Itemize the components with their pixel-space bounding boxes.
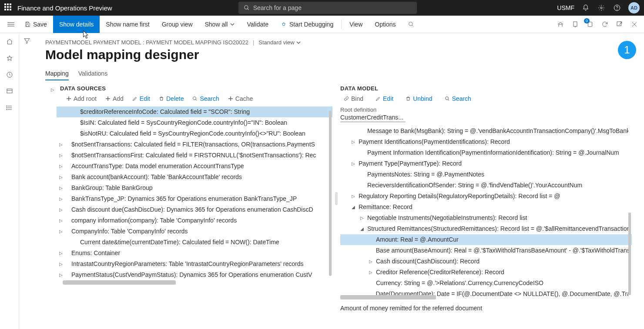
svg-point-35 (193, 97, 196, 100)
cache-button[interactable]: Cache (225, 94, 256, 103)
save-icon (24, 21, 30, 27)
user-avatar[interactable]: AD (628, 2, 640, 13)
svg-line-13 (285, 23, 285, 23)
search-button[interactable]: Search (189, 94, 222, 103)
tab-mapping[interactable]: Mapping (45, 70, 69, 80)
tree-row[interactable]: ▷Payment Identifications(PaymentIdentifi… (340, 136, 632, 147)
search-icon (408, 21, 414, 27)
root-definition-value[interactable]: CustomerCreditTrans... (340, 113, 406, 122)
tree-row[interactable]: ▷company information(company): Table 'Co… (57, 215, 332, 226)
tree-row[interactable]: ▷Cash discount(CashDiscount): Record (340, 256, 632, 267)
app-launcher-icon[interactable] (4, 3, 13, 12)
tree-row[interactable]: ▷Cash discount due(CashDiscDue): Dynamic… (57, 204, 332, 215)
tree-row[interactable]: Currency: String = @.'>Relations'.Curren… (340, 278, 632, 289)
tree-row[interactable]: Current date&time(currentDateTime): Calc… (57, 237, 332, 248)
attachments-button[interactable] (555, 19, 566, 30)
show-all-button[interactable]: Show all (199, 16, 241, 33)
show-details-button[interactable]: Show details (53, 16, 100, 33)
svg-point-28 (6, 106, 7, 106)
tree-row[interactable]: ▷Creditor Reference(CreditorReference): … (340, 267, 632, 278)
tab-validations[interactable]: Validations (78, 70, 107, 80)
bell-icon[interactable] (581, 3, 590, 12)
expand-data-sources[interactable]: ▷ (45, 87, 60, 92)
options-menu[interactable]: Options (369, 16, 402, 33)
app-title: Finance and Operations Preview (17, 4, 112, 12)
annotation-callout-1: 1 (618, 41, 636, 59)
breadcrumb: PAYMENTMODEL PAYMENT MODEL : PAYMENT MOD… (45, 39, 632, 46)
selection-description: Amount of money remitted for the referre… (340, 305, 632, 312)
refresh-button[interactable] (600, 19, 610, 30)
tree-row[interactable]: ▷$notSentTransactionsFirst: Calculated f… (57, 150, 332, 161)
search-button[interactable]: Search (441, 94, 475, 103)
gear-icon[interactable] (597, 3, 606, 12)
horizontal-scrollbar[interactable] (340, 295, 436, 299)
tree-row[interactable]: ▷AccountTransType: Data model enumeratio… (57, 161, 332, 172)
search-icon (244, 5, 250, 11)
tree-row[interactable]: ◢Structured Remittances(StructuredRemitt… (340, 223, 632, 234)
favorites-icon[interactable] (5, 54, 14, 63)
tree-row[interactable]: Message to Bank(MsgBank): String = @.'ve… (340, 126, 632, 136)
tree-row[interactable]: ▷Bank account(bankAccount): Table 'BankA… (57, 172, 332, 183)
view-selector[interactable]: Standard view (258, 39, 300, 46)
save-button[interactable]: Save (18, 16, 53, 33)
recent-icon[interactable] (5, 70, 14, 79)
column-splitter[interactable] (332, 85, 340, 312)
svg-line-40 (448, 100, 449, 101)
tree-row[interactable]: $isNotRU: Calculated field = SysCountryR… (57, 128, 332, 139)
tree-row[interactable]: ▷IntrastatCountryRegionParameters: Table… (57, 259, 332, 269)
unbind-button[interactable]: Unbind (402, 94, 436, 103)
tree-row[interactable]: Amount: Real = @.AmountCur (340, 234, 632, 245)
start-debugging-button[interactable]: Start Debugging (275, 16, 339, 33)
bind-button[interactable]: Bind (340, 94, 367, 103)
tree-row[interactable]: $creditorReferenceInfoCode: Calculated f… (57, 106, 332, 117)
tree-row[interactable]: $IsIN: Calculated field = SysCountryRegi… (57, 117, 332, 128)
left-nav-rail (0, 33, 19, 329)
tree-row[interactable]: ▷Regulatory Reporting Details(Regulatory… (340, 191, 632, 202)
vertical-scrollbar[interactable] (328, 106, 332, 285)
edit-button[interactable]: Edit (372, 94, 397, 103)
svg-point-29 (6, 107, 7, 108)
global-search[interactable]: Search for a page (238, 2, 417, 14)
company-code[interactable]: USMF (557, 4, 574, 11)
group-view-button[interactable]: Group view (156, 16, 199, 33)
view-menu[interactable]: View (343, 16, 369, 33)
tree-row[interactable]: ▷BankGroup: Table BankGroup (57, 183, 332, 193)
notifications-button[interactable]: 0 (585, 19, 595, 30)
tree-row[interactable]: ▷CompanyInfo: Table 'CompanyInfo' record… (57, 226, 332, 237)
delete-button[interactable]: Delete (155, 94, 187, 103)
horizontal-scrollbar[interactable] (63, 280, 176, 285)
tree-row[interactable]: ▷BankTransType_JP: Dynamics 365 for Oper… (57, 193, 332, 204)
page-title: Model mapping designer (45, 47, 632, 62)
vertical-scrollbar[interactable] (627, 126, 632, 299)
command-bar: Save Show details Show name first Group … (0, 16, 644, 33)
show-name-first-button[interactable]: Show name first (100, 16, 155, 33)
data-model-tree[interactable]: Message to Bank(MsgBank): String = @.'ve… (340, 126, 632, 299)
add-button[interactable]: Add (102, 94, 127, 103)
svg-line-12 (282, 23, 283, 23)
tree-row[interactable]: RecieversIdentificationOfSender: String … (340, 180, 632, 191)
tree-row[interactable]: ▷Enums: Container (57, 248, 332, 259)
workspaces-icon[interactable] (5, 87, 14, 96)
pin-button[interactable] (570, 19, 580, 30)
tree-row[interactable]: Payment Information Identification(Payme… (340, 147, 632, 158)
modules-icon[interactable] (5, 103, 14, 112)
add-root-button[interactable]: Add root (63, 94, 100, 103)
tree-row[interactable]: ▷Negotiable Instruments(NegotiableInstru… (340, 213, 632, 223)
tree-row[interactable]: ▷Payment Type(PaymentType): Record (340, 158, 632, 169)
chevron-down-icon (230, 22, 235, 27)
hamburger-icon[interactable] (3, 21, 18, 27)
popout-button[interactable] (614, 19, 625, 30)
tree-row[interactable]: ▷PaymentStatus(CustVendPaymStatus): Dyna… (57, 269, 332, 280)
tree-row[interactable]: ◢Remittance: Record (340, 202, 632, 213)
data-sources-tree[interactable]: $creditorReferenceInfoCode: Calculated f… (45, 106, 332, 280)
find-button[interactable] (402, 16, 420, 33)
help-icon[interactable] (613, 3, 621, 12)
edit-button[interactable]: Edit (129, 94, 154, 103)
home-icon[interactable] (5, 37, 14, 46)
validate-button[interactable]: Validate (241, 16, 275, 33)
tree-row[interactable]: Base amount(BaseAmount): Real = @.'$TaxW… (340, 245, 632, 256)
svg-point-30 (6, 109, 7, 110)
tree-row[interactable]: ▷$notSentTransactions: Calculated field … (57, 139, 332, 150)
close-button[interactable] (629, 19, 640, 30)
tree-row[interactable]: PaymentsNotes: String = @.PaymentNotes (340, 169, 632, 180)
